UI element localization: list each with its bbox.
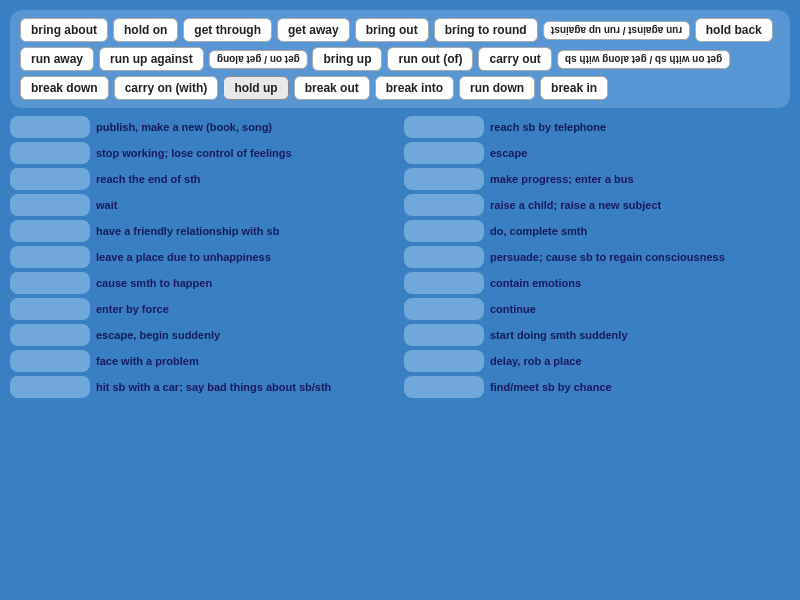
phrase-btn-run-down[interactable]: run down [459,76,535,100]
def-badge-right-0[interactable] [404,116,484,138]
def-badge-right-1[interactable] [404,142,484,164]
def-badge-right-2[interactable] [404,168,484,190]
definition-row-left-7: enter by force [10,298,396,320]
definition-row-left-4: have a friendly relationship with sb [10,220,396,242]
phrase-btn-get-on-with[interactable]: get on with sb / get along with sb [557,50,730,69]
def-text-left-6: cause smth to happen [96,276,212,290]
def-badge-left-6[interactable] [10,272,90,294]
definition-row-right-10: find/meet sb by chance [404,376,790,398]
definition-row-left-2: reach the end of sth [10,168,396,190]
definition-row-left-0: publish, make a new (book, song) [10,116,396,138]
def-badge-left-10[interactable] [10,376,90,398]
phrase-btn-bring-up[interactable]: bring up [312,47,382,71]
phrase-btn-hold-on[interactable]: hold on [113,18,178,42]
phrase-btn-run-out[interactable]: run out (of) [387,47,473,71]
def-text-right-5: persuade; cause sb to regain consciousne… [490,250,725,264]
definition-row-right-7: continue [404,298,790,320]
def-badge-left-3[interactable] [10,194,90,216]
definition-row-right-3: raise a child; raise a new subject [404,194,790,216]
def-text-right-0: reach sb by telephone [490,120,606,134]
def-text-right-8: start doing smth suddenly [490,328,628,342]
definition-row-right-4: do, complete smth [404,220,790,242]
definition-row-left-8: escape, begin suddenly [10,324,396,346]
phrase-btn-hold-back[interactable]: hold back [695,18,773,42]
definition-row-right-9: delay, rob a place [404,350,790,372]
def-text-right-6: contain emotions [490,276,581,290]
def-text-left-1: stop working; lose control of feelings [96,146,292,160]
def-text-right-4: do, complete smth [490,224,587,238]
def-text-right-7: continue [490,302,536,316]
definition-row-left-10: hit sb with a car; say bad things about … [10,376,396,398]
def-text-right-1: escape [490,146,527,160]
phrase-box: bring abouthold onget throughget awaybri… [10,10,790,108]
def-badge-right-6[interactable] [404,272,484,294]
definition-row-right-6: contain emotions [404,272,790,294]
def-badge-right-9[interactable] [404,350,484,372]
phrase-btn-hold-up[interactable]: hold up [223,76,288,100]
phrase-btn-run-up-against[interactable]: run up against [99,47,204,71]
phrase-btn-bring-to-round[interactable]: bring to round [434,18,538,42]
def-badge-left-2[interactable] [10,168,90,190]
def-badge-right-10[interactable] [404,376,484,398]
def-text-left-5: leave a place due to unhappiness [96,250,271,264]
def-badge-right-4[interactable] [404,220,484,242]
phrase-btn-bring-out[interactable]: bring out [355,18,429,42]
def-text-left-3: wait [96,198,117,212]
def-badge-left-9[interactable] [10,350,90,372]
left-column: publish, make a new (book, song)stop wor… [10,116,396,398]
definition-row-left-3: wait [10,194,396,216]
phrase-btn-get-through[interactable]: get through [183,18,272,42]
definition-row-right-2: make progress; enter a bus [404,168,790,190]
definition-row-right-0: reach sb by telephone [404,116,790,138]
def-text-left-9: face with a problem [96,354,199,368]
def-text-right-10: find/meet sb by chance [490,380,612,394]
definition-row-left-9: face with a problem [10,350,396,372]
def-badge-left-0[interactable] [10,116,90,138]
def-text-left-8: escape, begin suddenly [96,328,220,342]
def-text-left-4: have a friendly relationship with sb [96,224,279,238]
def-text-right-3: raise a child; raise a new subject [490,198,661,212]
definition-row-left-1: stop working; lose control of feelings [10,142,396,164]
definition-row-left-5: leave a place due to unhappiness [10,246,396,268]
right-column: reach sb by telephoneescapemake progress… [404,116,790,398]
def-badge-right-3[interactable] [404,194,484,216]
definition-row-right-8: start doing smth suddenly [404,324,790,346]
phrase-btn-break-out[interactable]: break out [294,76,370,100]
content-area: publish, make a new (book, song)stop wor… [10,116,790,398]
phrase-btn-break-down[interactable]: break down [20,76,109,100]
definition-row-right-5: persuade; cause sb to regain consciousne… [404,246,790,268]
def-badge-right-7[interactable] [404,298,484,320]
phrase-btn-carry-on[interactable]: carry on (with) [114,76,219,100]
def-badge-left-7[interactable] [10,298,90,320]
phrase-btn-carry-out[interactable]: carry out [478,47,551,71]
phrase-btn-get-on[interactable]: get on / get along [209,50,308,69]
def-text-left-10: hit sb with a car; say bad things about … [96,380,331,394]
def-text-left-0: publish, make a new (book, song) [96,120,272,134]
def-badge-left-5[interactable] [10,246,90,268]
def-text-right-9: delay, rob a place [490,354,582,368]
def-badge-left-8[interactable] [10,324,90,346]
definition-row-right-1: escape [404,142,790,164]
def-badge-right-5[interactable] [404,246,484,268]
phrase-btn-break-into[interactable]: break into [375,76,454,100]
def-badge-right-8[interactable] [404,324,484,346]
def-badge-left-4[interactable] [10,220,90,242]
def-text-left-7: enter by force [96,302,169,316]
def-text-right-2: make progress; enter a bus [490,172,634,186]
phrase-btn-get-away[interactable]: get away [277,18,350,42]
phrase-btn-run-against[interactable]: run against / run up against [543,21,690,40]
def-text-left-2: reach the end of sth [96,172,201,186]
definition-row-left-6: cause smth to happen [10,272,396,294]
phrase-btn-bring-about[interactable]: bring about [20,18,108,42]
phrase-btn-run-away[interactable]: run away [20,47,94,71]
def-badge-left-1[interactable] [10,142,90,164]
phrase-btn-break-in[interactable]: break in [540,76,608,100]
